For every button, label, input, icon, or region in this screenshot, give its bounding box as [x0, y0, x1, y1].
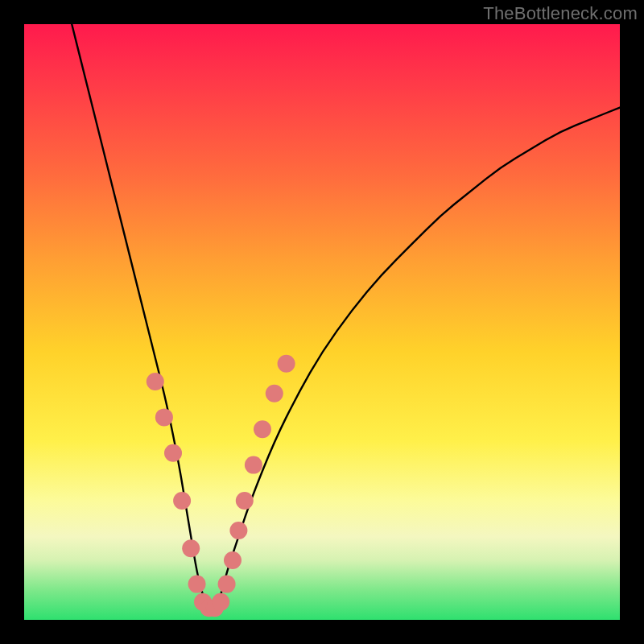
- watermark-text: TheBottleneck.com: [483, 3, 638, 24]
- marker-dot: [218, 576, 236, 593]
- chart-frame: TheBottleneck.com: [0, 0, 644, 644]
- marker-dot: [212, 593, 229, 611]
- chart-svg: [24, 24, 620, 620]
- marker-dot: [164, 444, 182, 462]
- marker-dot: [155, 408, 173, 426]
- curve-layer: [72, 24, 620, 608]
- marker-dot: [147, 373, 164, 390]
- marker-dot: [224, 551, 242, 569]
- marker-dot: [229, 522, 247, 539]
- bottleneck-curve: [72, 24, 620, 608]
- marker-dot: [278, 355, 295, 373]
- plot-area: [24, 24, 620, 620]
- marker-dot: [254, 420, 271, 438]
- marker-dot: [173, 492, 191, 510]
- marker-dot: [266, 385, 283, 402]
- marker-dot: [188, 576, 206, 593]
- highlight-dots: [147, 355, 295, 617]
- marker-dot: [245, 456, 262, 474]
- marker-dot: [236, 492, 254, 510]
- marker-dot: [182, 539, 200, 557]
